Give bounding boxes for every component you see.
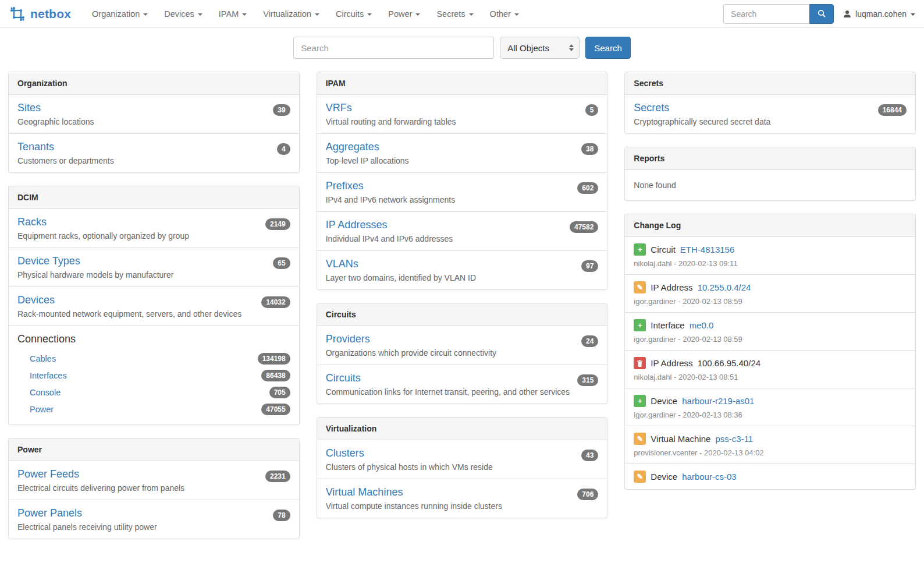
link-device-types[interactable]: Device Types	[17, 255, 80, 267]
link-cables[interactable]: Cables	[30, 354, 56, 363]
chevron-down-icon	[143, 13, 148, 16]
navbar-search-button[interactable]	[809, 4, 834, 24]
chevron-down-icon	[911, 13, 915, 16]
changelog-entry: ✎ Device harbour-cs-03	[625, 464, 915, 489]
count-badge: 97	[581, 260, 598, 272]
object-link[interactable]: 10.255.0.4/24	[698, 282, 751, 292]
connections-row: Console 705	[17, 384, 290, 401]
list-item: 24 Providers Organizations which provide…	[317, 326, 607, 365]
pencil-icon: ✎	[634, 433, 646, 445]
nav-label: IPAM	[219, 9, 239, 19]
list-item: 706 Virtual Machines Virtual compute ins…	[317, 479, 607, 518]
panel-title: Reports	[625, 147, 915, 170]
nav-virtualization[interactable]: Virtualization	[255, 0, 328, 27]
global-search-input[interactable]	[293, 37, 494, 59]
global-search-button[interactable]: Search	[585, 37, 631, 59]
link-prefixes[interactable]: Prefixes	[326, 180, 364, 192]
nav-power[interactable]: Power	[380, 0, 428, 27]
nav-other[interactable]: Other	[482, 0, 527, 27]
count-badge: 14032	[261, 296, 290, 308]
nav-circuits[interactable]: Circuits	[328, 0, 380, 27]
changelog-entry: + Interface me0.0 igor.gardiner - 2020-0…	[625, 313, 915, 351]
link-virtual-machines[interactable]: Virtual Machines	[326, 486, 403, 498]
select-stepper-icon	[569, 44, 574, 51]
connections-row: Cables 134198	[17, 350, 290, 367]
link-vrfs[interactable]: VRFs	[326, 102, 352, 114]
object-type: Device	[651, 472, 677, 482]
list-item: 47582 IP Addresses Individual IPv4 and I…	[317, 212, 607, 251]
link-vlans[interactable]: VLANs	[326, 258, 358, 270]
object-link[interactable]: harbour-cs-03	[682, 472, 736, 482]
list-item: 315 Circuits Communication links for Int…	[317, 365, 607, 404]
count-badge: 47582	[570, 221, 598, 233]
item-description: Electrical circuits delivering power fro…	[17, 483, 290, 493]
count-badge: 705	[269, 387, 290, 398]
item-description: Customers or departments	[17, 156, 290, 165]
object-link[interactable]: harbour-r219-as01	[682, 396, 754, 406]
chevron-down-icon	[469, 13, 474, 16]
chevron-down-icon	[415, 13, 420, 16]
link-power[interactable]: Power	[30, 405, 54, 414]
link-tenants[interactable]: Tenants	[17, 141, 54, 153]
link-console[interactable]: Console	[30, 388, 61, 397]
count-badge: 315	[577, 374, 598, 386]
changelog-entry: ✎ IP Address 10.255.0.4/24 igor.gardiner…	[625, 275, 915, 313]
list-item: 14032 Devices Rack-mounted network equip…	[9, 287, 299, 326]
reports-empty-text: None found	[625, 170, 915, 200]
navbar: netbox Organization Devices IPAM Virtual…	[0, 0, 924, 28]
nav-devices[interactable]: Devices	[156, 0, 211, 27]
panel-title: IPAM	[317, 72, 607, 95]
connections-heading: Connections	[17, 333, 290, 345]
panel-power: Power 2231 Power Feeds Electrical circui…	[8, 438, 300, 539]
count-badge: 4	[277, 143, 290, 155]
add-icon: +	[634, 319, 646, 331]
link-interfaces[interactable]: Interfaces	[30, 371, 67, 380]
object-link[interactable]: me0.0	[690, 320, 714, 330]
changelog-meta: nikolaj.dahl - 2020-02-13 09:11	[634, 259, 907, 268]
link-power-panels[interactable]: Power Panels	[17, 507, 82, 519]
changelog-meta: nikolaj.dahl - 2020-02-13 08:51	[634, 373, 907, 381]
count-badge: 65	[273, 257, 290, 269]
link-power-feeds[interactable]: Power Feeds	[17, 468, 79, 480]
navbar-search-input[interactable]	[723, 4, 809, 24]
changelog-entry: ✎ Virtual Machine pss-c3-11 provisioner.…	[625, 426, 915, 464]
item-description: Electrical panels receiving utility powe…	[17, 522, 290, 532]
item-description: Physical hardware models by manufacturer	[17, 270, 290, 280]
object-link[interactable]: pss-c3-11	[715, 434, 753, 444]
list-item: 39 Sites Geographic locations	[9, 95, 299, 134]
link-clusters[interactable]: Clusters	[326, 447, 364, 459]
nav-secrets[interactable]: Secrets	[428, 0, 481, 27]
chevron-down-icon	[242, 13, 247, 16]
count-badge: 78	[273, 510, 290, 521]
changelog-entry: + Device harbour-r219-as01 igor.gardiner…	[625, 388, 915, 426]
panel-ipam: IPAM 5 VRFs Virtual routing and forwardi…	[317, 72, 608, 290]
count-badge: 2149	[265, 218, 290, 230]
link-providers[interactable]: Providers	[326, 333, 370, 345]
panel-title: Power	[9, 438, 299, 461]
nav-label: Secrets	[436, 9, 465, 19]
user-menu[interactable]: luqman.cohen	[843, 9, 915, 19]
search-icon	[818, 9, 826, 18]
netbox-logo[interactable]: netbox	[9, 5, 71, 23]
link-aggregates[interactable]: Aggregates	[326, 141, 379, 153]
link-secrets[interactable]: Secrets	[634, 102, 669, 114]
object-link[interactable]: ETH-4813156	[680, 245, 734, 254]
link-devices[interactable]: Devices	[17, 294, 55, 306]
link-circuits[interactable]: Circuits	[326, 372, 361, 384]
object-type-select[interactable]: All Objects	[500, 37, 580, 59]
nav-label: Circuits	[336, 9, 364, 19]
user-icon	[843, 10, 851, 18]
list-item: 43 Clusters Clusters of physical hosts i…	[317, 440, 607, 479]
link-ip-addresses[interactable]: IP Addresses	[326, 219, 388, 231]
nav-ipam[interactable]: IPAM	[211, 0, 255, 27]
nav-organization[interactable]: Organization	[84, 0, 156, 27]
item-description: Top-level IP allocations	[326, 156, 599, 165]
item-description: Cryptographically secured secret data	[634, 117, 907, 126]
link-sites[interactable]: Sites	[17, 102, 41, 114]
panel-title: Organization	[9, 72, 299, 95]
pencil-icon: ✎	[634, 281, 646, 293]
panel-title: Virtualization	[317, 418, 607, 440]
link-racks[interactable]: Racks	[17, 216, 47, 228]
navbar-right: luqman.cohen	[723, 4, 915, 24]
item-description: Clusters of physical hosts in which VMs …	[326, 462, 599, 472]
